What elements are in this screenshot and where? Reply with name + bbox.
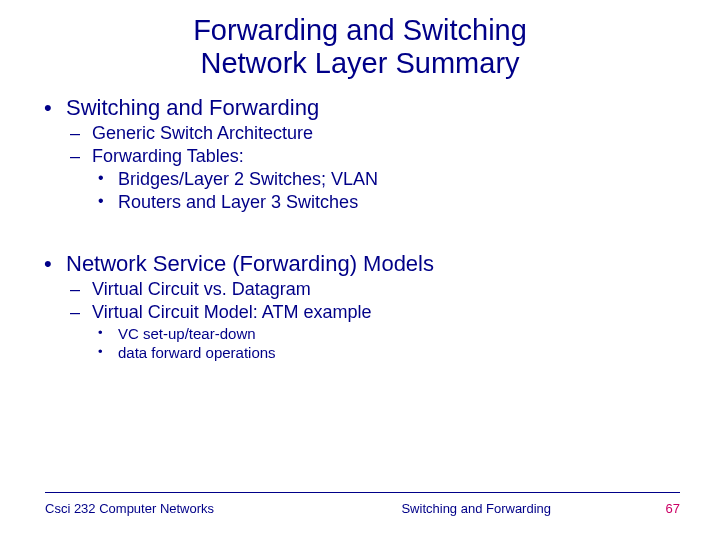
- list-item: VC set-up/tear-down: [92, 325, 690, 342]
- list-item: Virtual Circuit Model: ATM example VC se…: [66, 302, 690, 361]
- item-text: VC set-up/tear-down: [118, 325, 256, 342]
- section-2-heading: Network Service (Forwarding) Models: [66, 251, 434, 276]
- bullet-section-1: Switching and Forwarding Generic Switch …: [40, 95, 690, 213]
- list-item: Forwarding Tables: Bridges/Layer 2 Switc…: [66, 146, 690, 213]
- item-text: Routers and Layer 3 Switches: [118, 192, 358, 212]
- item-text: Bridges/Layer 2 Switches; VLAN: [118, 169, 378, 189]
- item-text: Virtual Circuit Model: ATM example: [92, 302, 371, 322]
- footer-center: Switching and Forwarding: [333, 501, 621, 516]
- list-item: Routers and Layer 3 Switches: [92, 192, 690, 213]
- section-1-heading: Switching and Forwarding: [66, 95, 319, 120]
- list-item: Virtual Circuit vs. Datagram: [66, 279, 690, 300]
- page-number: 67: [620, 501, 680, 516]
- slide-footer: Csci 232 Computer Networks Switching and…: [0, 492, 720, 516]
- item-text: Forwarding Tables:: [92, 146, 244, 166]
- title-line-1: Forwarding and Switching: [193, 14, 527, 46]
- title-line-2: Network Layer Summary: [200, 47, 519, 79]
- item-text: Generic Switch Architecture: [92, 123, 313, 143]
- slide-title: Forwarding and Switching Network Layer S…: [0, 0, 720, 91]
- footer-row: Csci 232 Computer Networks Switching and…: [45, 501, 680, 516]
- list-item: data forward operations: [92, 344, 690, 361]
- spacer: [40, 217, 690, 247]
- item-text: data forward operations: [118, 344, 276, 361]
- footer-left: Csci 232 Computer Networks: [45, 501, 333, 516]
- item-text: Virtual Circuit vs. Datagram: [92, 279, 311, 299]
- list-item: Bridges/Layer 2 Switches; VLAN: [92, 169, 690, 190]
- bullet-section-2: Network Service (Forwarding) Models Virt…: [40, 251, 690, 361]
- footer-divider: [45, 492, 680, 493]
- list-item: Generic Switch Architecture: [66, 123, 690, 144]
- slide-body: Switching and Forwarding Generic Switch …: [0, 95, 720, 361]
- slide: Forwarding and Switching Network Layer S…: [0, 0, 720, 540]
